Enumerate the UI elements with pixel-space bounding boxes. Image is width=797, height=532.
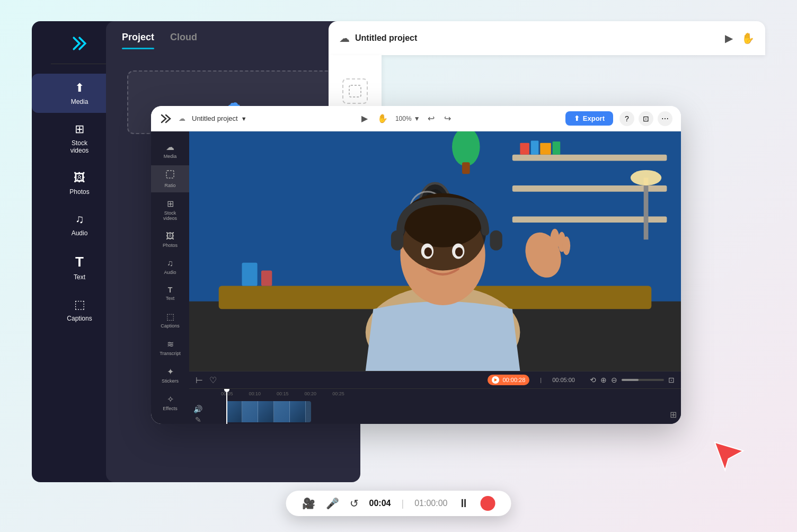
svg-rect-0	[349, 85, 361, 97]
editor-media-icon: ☁	[166, 142, 174, 152]
timeline-controls: ⊢ ♡ 00:00:28 | 00:05:00 ⟲ ⊕ ⊖	[189, 371, 681, 389]
collapse-btn[interactable]: ⌄	[163, 418, 178, 424]
ruler-mark-2: 00:15	[277, 391, 289, 396]
hand-tool-btn[interactable]: ✋	[375, 111, 390, 126]
editor-nav-effects[interactable]: ✧ Effects	[151, 390, 189, 415]
editor-nav-media[interactable]: ☁ Media	[151, 138, 189, 163]
zoom-chevron-icon: ▼	[414, 115, 420, 122]
badge-play-icon	[492, 376, 499, 384]
replay-btn[interactable]: ↺	[350, 497, 359, 510]
edit-btn[interactable]: ✎	[193, 415, 202, 424]
top-bar: ☁ Untitled project ▶ ✋	[329, 21, 765, 55]
editor-captions-label: Captions	[161, 323, 180, 329]
hand-button[interactable]: ✋	[741, 32, 755, 45]
camera-btn[interactable]: 🎥	[302, 497, 315, 510]
export-button[interactable]: ⬆ Export	[565, 111, 613, 126]
app-logo	[68, 32, 91, 55]
editor-topbar-controls: ▶ ✋ 100% ▼ ↩ ↪	[359, 111, 453, 126]
editor-effects-label: Effects	[163, 406, 177, 411]
svg-rect-31	[490, 230, 502, 251]
mic-btn[interactable]: 🎤	[326, 497, 339, 510]
help-icon[interactable]: ?	[619, 111, 634, 126]
text-icon: T	[75, 254, 84, 270]
stock-videos-label: Stockvideos	[70, 139, 89, 154]
editor-media-label: Media	[164, 154, 177, 159]
timeline-area: ⊢ ♡ 00:00:28 | 00:05:00 ⟲ ⊕ ⊖	[189, 371, 681, 424]
sidebar-divider	[51, 64, 108, 64]
timeline-btn-3[interactable]: ⊖	[611, 376, 617, 384]
split-btn[interactable]: ⊢	[196, 375, 203, 385]
zoom-value: 100%	[395, 115, 412, 122]
editor-nav-audio[interactable]: ♫ Audio	[151, 254, 189, 279]
svg-rect-36	[242, 263, 257, 286]
tab-project[interactable]: Project	[122, 32, 154, 49]
captions-icon: ⬚	[74, 298, 85, 312]
video-preview	[189, 131, 681, 371]
record-button[interactable]	[480, 496, 495, 511]
editor-nav-text[interactable]: T Text	[151, 281, 189, 305]
editor-project-name[interactable]: Untitled project ▼	[192, 114, 247, 122]
editor-stock-label: Stockvideos	[163, 210, 177, 221]
editor-nav-photos[interactable]: 🖼 Photos	[151, 227, 189, 252]
editor-captions-icon: ⬚	[166, 312, 174, 322]
svg-point-35	[563, 236, 571, 255]
like-btn[interactable]: ♡	[209, 375, 217, 385]
svg-rect-30	[391, 230, 403, 251]
tab-cloud[interactable]: Cloud	[170, 32, 197, 49]
add-track-btn[interactable]: ⊞	[670, 410, 677, 420]
editor-transcript-icon: ≋	[167, 339, 174, 349]
editor-topbar-right-icons: ? ⊡ ⋯	[619, 111, 672, 126]
red-arrow-cursor	[709, 432, 753, 482]
editor-body: ☁ Media Ratio ⊞ Stockvideos 🖼 Photos ♫ A…	[151, 131, 681, 424]
editor-nav-captions[interactable]: ⬚ Captions	[151, 307, 189, 333]
editor-nav-stock[interactable]: ⊞ Stockvideos	[151, 194, 189, 225]
timeline-track: 00:05 00:10 00:15 00:20 00:25 🔊 ✎	[189, 389, 681, 424]
editor-ratio-label: Ratio	[164, 183, 175, 188]
svg-rect-10	[553, 141, 561, 155]
filmstrip-frame-4	[274, 401, 290, 422]
audio-label: Audio	[72, 229, 88, 237]
timeline-zoom-full[interactable]: ⊡	[668, 376, 675, 384]
export-label: Export	[583, 114, 605, 122]
video-scene	[189, 131, 681, 371]
redo-btn[interactable]: ↪	[442, 111, 453, 126]
undo-btn[interactable]: ↩	[426, 111, 437, 126]
playback-bar: 🎥 🎤 ↺ 00:04 | 01:00:00 ⏸	[286, 491, 511, 516]
editor-nav-ratio[interactable]: Ratio	[151, 165, 189, 192]
svg-rect-37	[261, 270, 272, 286]
timeline-separator: |	[540, 377, 542, 383]
mute-btn[interactable]: 🔊	[193, 405, 202, 413]
editor-photos-icon: 🖼	[166, 232, 174, 241]
editor-audio-label: Audio	[164, 270, 176, 275]
svg-rect-1	[166, 171, 174, 178]
timeline-btn-1[interactable]: ⟲	[590, 376, 596, 384]
timeline-playhead	[226, 389, 227, 424]
photos-icon: 🖼	[74, 171, 85, 185]
captions-label: Captions	[67, 315, 92, 322]
zoom-control[interactable]: 100% ▼	[395, 115, 420, 122]
filmstrip-frame-3	[258, 401, 274, 422]
media-icon: ⬆	[75, 81, 84, 95]
editor-main: ⊢ ♡ 00:00:28 | 00:05:00 ⟲ ⊕ ⊖	[189, 131, 681, 424]
settings-icon[interactable]: ⊡	[639, 111, 653, 126]
pause-button[interactable]: ⏸	[458, 496, 470, 510]
editor-nav-stickers[interactable]: ✦ Stickers	[151, 362, 189, 388]
svg-rect-13	[644, 178, 649, 240]
editor-stock-icon: ⊞	[167, 199, 174, 209]
play-button[interactable]: ▶	[725, 32, 733, 45]
project-tabs: Project Cloud	[106, 21, 360, 49]
editor-window: ☁ Untitled project ▼ ▶ ✋ 100% ▼ ↩ ↪ ⬆ Ex…	[151, 106, 681, 424]
timeline-btn-2[interactable]: ⊕	[600, 376, 607, 384]
more-icon[interactable]: ⋯	[658, 111, 672, 126]
audio-icon: ♫	[75, 212, 84, 226]
top-bar-actions: ▶ ✋	[725, 32, 755, 45]
filmstrip-frame-2	[242, 401, 258, 422]
svg-point-28	[424, 247, 432, 256]
editor-nav-transcript[interactable]: ≋ Transcript	[151, 335, 189, 360]
preview-play-btn[interactable]: ▶	[359, 111, 370, 126]
editor-stickers-icon: ✦	[167, 367, 174, 377]
track-controls: 🔊 ✎	[193, 405, 202, 424]
editor-text-label: Text	[166, 296, 175, 301]
playback-total-time: 01:00:00	[414, 499, 447, 508]
playback-current-time: 00:04	[369, 499, 391, 508]
